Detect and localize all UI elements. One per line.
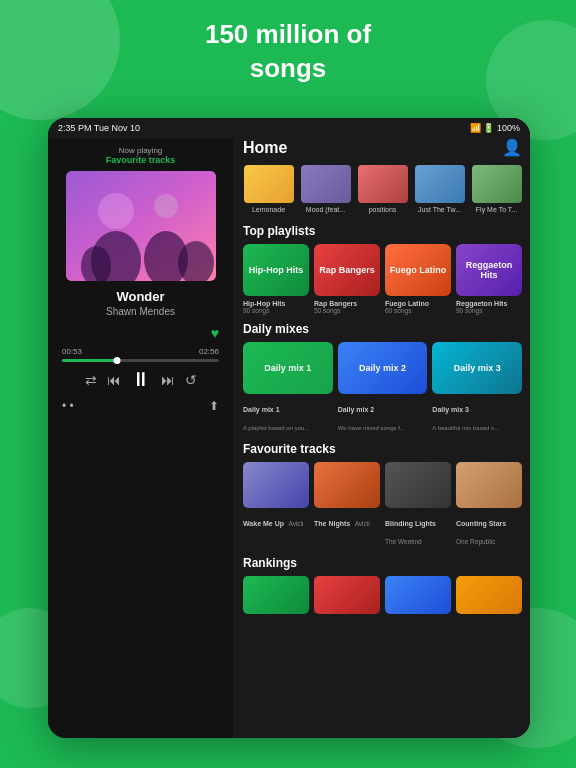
status-bar: 2:35 PM Tue Nov 10 📶 🔋 100%: [48, 118, 530, 138]
daily-mix-3[interactable]: Daily mix 3: [432, 342, 522, 394]
device-frame: 2:35 PM Tue Nov 10 📶 🔋 100% Now playing …: [48, 118, 530, 738]
fav-track-blinding[interactable]: [385, 462, 451, 508]
song-artist: Shawn Mendes: [48, 306, 233, 317]
track-name: Lemonade: [252, 206, 285, 214]
playback-controls: ⇄ ⏮ ⏸ ⏭ ↺: [48, 368, 233, 391]
progress-area: 00:53 02:56: [48, 347, 233, 362]
fav-track-counting[interactable]: [456, 462, 522, 508]
progress-bar[interactable]: [62, 359, 219, 362]
track-name: positions: [369, 206, 397, 214]
ranking-card-3[interactable]: [385, 576, 451, 614]
album-art-svg: [66, 171, 216, 281]
panel-header: Home 👤: [243, 138, 522, 157]
playlist-hiphop[interactable]: Hip-Hop Hits: [243, 244, 309, 296]
track-name: Fly Me To T...: [476, 206, 517, 214]
playlist-label[interactable]: Favourite tracks: [48, 155, 233, 165]
fav-track-wake[interactable]: [243, 462, 309, 508]
playlists-labels: Hip-Hop Hits 90 songs Rap Bangers 50 son…: [243, 300, 522, 314]
rankings-row: [243, 576, 522, 614]
track-name: Mood (feat...: [306, 206, 345, 214]
top-playlists-title: Top playlists: [243, 224, 522, 238]
favourite-tracks-title: Favourite tracks: [243, 442, 522, 456]
daily-label-1: Daily mix 1 A playlist based on you...: [243, 398, 333, 434]
album-art-inner: [66, 171, 216, 281]
heart-icon[interactable]: ♥: [211, 325, 219, 341]
shuffle-button[interactable]: ⇄: [85, 372, 97, 388]
fav-label-blinding: Blinding Lights The Weeknd: [385, 512, 451, 548]
daily-mixes-row: Daily mix 1 Daily mix 2 Daily mix 3: [243, 342, 522, 394]
ranking-card-4[interactable]: [456, 576, 522, 614]
recent-tracks-row: Lemonade Mood (feat... positions Just Th…: [243, 165, 522, 214]
playlists-row: Hip-Hop Hits Rap Bangers Fuego Latino Re…: [243, 244, 522, 296]
now-playing-panel: Now playing Favourite tracks: [48, 118, 233, 738]
favourite-tracks-row: [243, 462, 522, 508]
track-item[interactable]: Just The Tw...: [414, 165, 465, 214]
time-elapsed: 00:53: [62, 347, 82, 356]
promo-line2: songs: [250, 53, 327, 83]
track-thumb-just-tw: [415, 165, 465, 203]
share-button[interactable]: ⬆: [209, 399, 219, 413]
ranking-card-1[interactable]: [243, 576, 309, 614]
track-item[interactable]: Mood (feat...: [300, 165, 351, 214]
progress-fill: [62, 359, 117, 362]
svg-point-6: [154, 194, 178, 218]
prev-button[interactable]: ⏮: [107, 372, 121, 388]
track-thumb-lemonade: [244, 165, 294, 203]
daily-mixes-title: Daily mixes: [243, 322, 522, 336]
daily-label-3: Daily mix 3 A beautiful mix based o...: [432, 398, 522, 434]
status-time: 2:35 PM Tue Nov 10: [58, 123, 140, 133]
ranking-card-2[interactable]: [314, 576, 380, 614]
daily-labels: Daily mix 1 A playlist based on you... D…: [243, 398, 522, 434]
home-panel: Home 👤 Lemonade Mood (feat... positions …: [233, 118, 530, 738]
playlist-rap[interactable]: Rap Bangers: [314, 244, 380, 296]
repeat-button[interactable]: ↺: [185, 372, 197, 388]
user-icon[interactable]: 👤: [502, 138, 522, 157]
fav-label-wake: Wake Me Up Avicii: [243, 512, 309, 548]
time-total: 02:56: [199, 347, 219, 356]
now-playing-label: Now playing: [48, 146, 233, 155]
play-pause-button[interactable]: ⏸: [131, 368, 151, 391]
promo-bold: 150 million of: [205, 19, 371, 49]
svg-point-5: [98, 193, 134, 229]
daily-label-2: Daily mix 2 We have mixed songs f...: [338, 398, 428, 434]
status-icons: 📶 🔋 100%: [470, 123, 520, 133]
track-name: Just The Tw...: [418, 206, 461, 214]
rankings-title: Rankings: [243, 556, 522, 570]
track-thumb-mood: [301, 165, 351, 203]
fav-labels: Wake Me Up Avicii The Nights Avicii Blin…: [243, 512, 522, 548]
extra-controls: • • ⬆: [48, 399, 233, 413]
playlist-label-rap: Rap Bangers 50 songs: [314, 300, 380, 314]
fav-track-nights[interactable]: [314, 462, 380, 508]
track-item[interactable]: Lemonade: [243, 165, 294, 214]
daily-mix-2[interactable]: Daily mix 2: [338, 342, 428, 394]
more-button[interactable]: • •: [62, 399, 74, 413]
playlist-label-fuego: Fuego Latino 60 songs: [385, 300, 451, 314]
track-thumb-positions: [358, 165, 408, 203]
track-item[interactable]: positions: [357, 165, 408, 214]
playlist-label-hiphop: Hip-Hop Hits 90 songs: [243, 300, 309, 314]
home-title: Home: [243, 139, 287, 157]
promo-header: 150 million of songs: [0, 18, 576, 86]
album-art: [66, 171, 216, 281]
next-button[interactable]: ⏭: [161, 372, 175, 388]
playlist-label-reggaeton: Reggaeton Hits 90 songs: [456, 300, 522, 314]
daily-mix-1[interactable]: Daily mix 1: [243, 342, 333, 394]
fav-label-nights: The Nights Avicii: [314, 512, 380, 548]
track-thumb-fly: [472, 165, 522, 203]
playlist-reggaeton[interactable]: Reggaeton Hits: [456, 244, 522, 296]
track-item[interactable]: Fly Me To T...: [471, 165, 522, 214]
fav-label-counting: Counting Stars One Republic: [456, 512, 522, 548]
progress-dot: [113, 357, 120, 364]
song-title: Wonder: [48, 289, 233, 304]
playlist-fuego[interactable]: Fuego Latino: [385, 244, 451, 296]
